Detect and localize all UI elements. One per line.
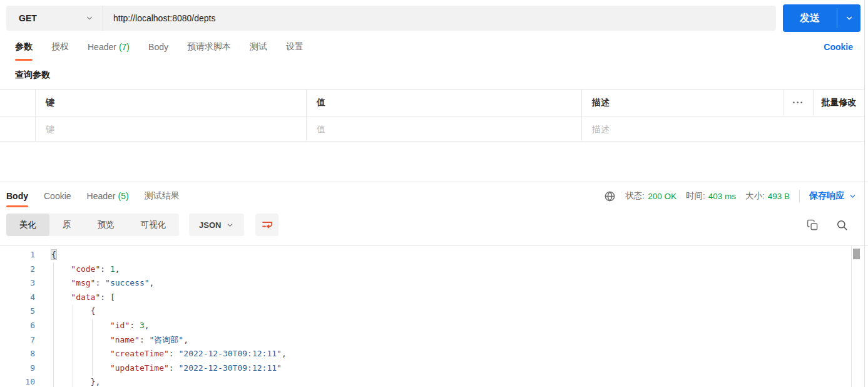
- response-header: Body Cookie Header (5) 测试结果 状态:: [0, 182, 868, 210]
- globe-icon[interactable]: [604, 190, 616, 202]
- tab-pre-request-script[interactable]: 预请求脚本: [187, 33, 231, 61]
- tab-settings[interactable]: 设置: [286, 33, 304, 61]
- tab-headers[interactable]: Header (7): [88, 33, 130, 61]
- code-line: 1{: [0, 248, 868, 262]
- status-label: 状态:: [625, 190, 645, 202]
- tab-authorization[interactable]: 授权: [51, 33, 69, 61]
- line-number: 9: [0, 361, 35, 376]
- response-tabs: Body Cookie Header (5) 测试结果: [6, 182, 180, 210]
- view-mode-visualize[interactable]: 可视化: [128, 214, 180, 236]
- save-response-button[interactable]: 保存响应: [809, 190, 857, 202]
- save-response-label: 保存响应: [809, 190, 844, 202]
- view-mode-pretty[interactable]: 美化: [6, 214, 49, 236]
- param-value-input[interactable]: [317, 124, 581, 134]
- code-line: 4 "data": [: [0, 291, 868, 305]
- panel-right-border: [864, 0, 865, 387]
- response-time: 时间: 403 ms: [686, 190, 736, 202]
- tab-label: 预请求脚本: [187, 41, 231, 53]
- line-number: 7: [0, 333, 35, 348]
- response-tab-headers[interactable]: Header (5): [87, 182, 129, 210]
- tab-params[interactable]: 参数: [15, 33, 33, 61]
- line-number: 2: [0, 262, 35, 277]
- code-line: 8 "createTime": "2022-12-30T09:12:11",: [0, 347, 868, 361]
- params-entry-row: [0, 116, 864, 142]
- row-handle-cell: [0, 90, 36, 116]
- bulk-edit-button[interactable]: 批量修改: [814, 90, 864, 116]
- response-toolbar: 美化 原 预览 可视化 JSON: [0, 210, 868, 245]
- line-number: 3: [0, 276, 35, 291]
- url-input[interactable]: [103, 6, 776, 31]
- tab-label: Cookie: [44, 191, 71, 201]
- indent-guide: [92, 319, 93, 376]
- ellipsis-icon: •••: [793, 100, 804, 106]
- size-value: 493 B: [768, 192, 790, 201]
- word-wrap-icon: [261, 219, 273, 231]
- tab-label: 测试: [250, 41, 267, 53]
- indent-guide: [53, 262, 54, 387]
- tab-count: (5): [118, 191, 129, 201]
- tab-label: 参数: [15, 41, 33, 53]
- size-label: 大小:: [745, 190, 765, 202]
- view-mode-switcher: 美化 原 预览 可视化: [6, 214, 179, 236]
- response-tab-body[interactable]: Body: [6, 182, 28, 210]
- code-line: 5 {: [0, 304, 868, 319]
- param-desc-cell: [582, 116, 864, 141]
- view-mode-raw[interactable]: 原: [49, 214, 84, 236]
- view-mode-preview[interactable]: 预览: [84, 214, 128, 236]
- response-size: 大小: 493 B: [745, 190, 790, 202]
- line-number: 6: [0, 319, 35, 333]
- tab-label: Body: [6, 191, 28, 201]
- param-key-cell: [36, 116, 307, 141]
- tab-label: Header: [87, 191, 116, 201]
- code-line: 2 "code": 1,: [0, 262, 868, 277]
- send-options-button[interactable]: [837, 4, 860, 32]
- param-desc-input[interactable]: [592, 124, 864, 134]
- copy-icon[interactable]: [807, 219, 819, 231]
- line-number: 4: [0, 291, 35, 305]
- response-body-viewer[interactable]: 1{2 "code": 1,3 "msg": "success",4 "data…: [0, 245, 868, 387]
- code-line: 7 "name": "咨询部",: [0, 333, 868, 348]
- response-status-cluster: 状态: 200 OK 时间: 403 ms 大小: 493 B 保存响应: [604, 190, 862, 202]
- code-line: 10 },: [0, 375, 868, 387]
- send-button[interactable]: 发送: [783, 4, 860, 32]
- url-row: GET 发送: [0, 0, 868, 33]
- url-bar: GET: [6, 6, 776, 31]
- tab-label: Header: [88, 42, 116, 52]
- line-number: 8: [0, 347, 35, 361]
- time-label: 时间:: [686, 190, 705, 202]
- tab-body[interactable]: Body: [148, 33, 168, 61]
- param-key-input[interactable]: [46, 124, 306, 134]
- params-header-row: 键 值 描述 ••• 批量修改: [0, 90, 864, 116]
- response-tab-test-results[interactable]: 测试结果: [145, 182, 180, 210]
- tab-tests[interactable]: 测试: [250, 33, 267, 61]
- code-scrollbar-thumb[interactable]: [853, 249, 860, 259]
- tab-count: (7): [119, 42, 130, 52]
- status-value: 200 OK: [648, 192, 677, 201]
- wrap-lines-button[interactable]: [255, 214, 278, 236]
- line-number: 1: [0, 248, 35, 262]
- chevron-down-icon: [85, 14, 94, 23]
- code-line: 3 "msg": "success",: [0, 276, 868, 291]
- method-select[interactable]: GET: [6, 6, 103, 31]
- query-params-title: 查询参数: [0, 61, 868, 89]
- tab-label: 测试结果: [145, 190, 180, 202]
- chevron-down-icon: [849, 192, 857, 200]
- column-header-desc: 描述: [582, 90, 784, 116]
- line-number: 10: [0, 375, 35, 387]
- response-tab-cookie[interactable]: Cookie: [44, 182, 71, 210]
- send-button-label[interactable]: 发送: [783, 4, 837, 32]
- code-line: 6 "id": 3,: [0, 319, 868, 333]
- format-select[interactable]: JSON: [189, 214, 244, 236]
- more-columns-button[interactable]: •••: [784, 90, 814, 116]
- param-value-cell: [307, 116, 582, 141]
- cookie-link[interactable]: Cookie: [824, 42, 853, 52]
- request-response-spacer: [0, 142, 868, 182]
- tab-label: 授权: [51, 41, 69, 53]
- search-icon[interactable]: [836, 219, 848, 231]
- code-scrollbar-track: [851, 246, 852, 387]
- code-line: 9 "updateTime": "2022-12-30T09:12:11": [0, 361, 868, 376]
- json-code-block[interactable]: 1{2 "code": 1,3 "msg": "success",4 "data…: [0, 246, 868, 387]
- row-handle-cell: [0, 116, 36, 141]
- request-workspace: GET 发送 参数 授权 Header (7) Body: [0, 0, 868, 387]
- params-table: 键 值 描述 ••• 批量修改: [0, 89, 864, 142]
